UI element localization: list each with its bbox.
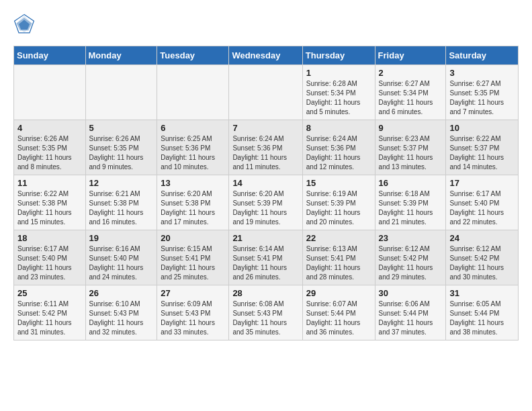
day-info: Sunrise: 6:23 AM Sunset: 5:37 PM Dayligh… xyxy=(379,134,443,172)
calendar-cell: 5Sunrise: 6:26 AM Sunset: 5:35 PM Daylig… xyxy=(85,120,157,175)
calendar-cell: 6Sunrise: 6:25 AM Sunset: 5:36 PM Daylig… xyxy=(157,120,229,175)
day-info: Sunrise: 6:26 AM Sunset: 5:35 PM Dayligh… xyxy=(89,134,154,172)
day-number: 20 xyxy=(161,233,225,243)
page-header xyxy=(13,13,519,35)
day-number: 7 xyxy=(232,123,298,133)
day-info: Sunrise: 6:25 AM Sunset: 5:36 PM Dayligh… xyxy=(161,134,225,172)
day-number: 11 xyxy=(17,178,82,188)
calendar-cell: 25Sunrise: 6:11 AM Sunset: 5:42 PM Dayli… xyxy=(14,285,86,340)
day-number: 5 xyxy=(89,123,154,133)
header-day-sunday: Sunday xyxy=(14,46,86,65)
day-info: Sunrise: 6:11 AM Sunset: 5:42 PM Dayligh… xyxy=(17,300,82,337)
day-info: Sunrise: 6:22 AM Sunset: 5:37 PM Dayligh… xyxy=(449,134,515,172)
day-info: Sunrise: 6:21 AM Sunset: 5:38 PM Dayligh… xyxy=(89,189,154,227)
calendar-cell: 8Sunrise: 6:24 AM Sunset: 5:36 PM Daylig… xyxy=(302,120,375,175)
day-info: Sunrise: 6:20 AM Sunset: 5:38 PM Dayligh… xyxy=(161,189,225,227)
day-info: Sunrise: 6:17 AM Sunset: 5:40 PM Dayligh… xyxy=(17,244,82,282)
day-number: 6 xyxy=(161,123,225,133)
calendar-cell: 10Sunrise: 6:22 AM Sunset: 5:37 PM Dayli… xyxy=(446,120,519,175)
calendar-cell: 9Sunrise: 6:23 AM Sunset: 5:37 PM Daylig… xyxy=(375,120,446,175)
day-number: 4 xyxy=(17,123,82,133)
day-number: 28 xyxy=(232,288,298,298)
calendar-cell: 13Sunrise: 6:20 AM Sunset: 5:38 PM Dayli… xyxy=(157,175,229,230)
day-number: 10 xyxy=(449,123,515,133)
calendar-cell: 11Sunrise: 6:22 AM Sunset: 5:38 PM Dayli… xyxy=(14,175,86,230)
day-info: Sunrise: 6:27 AM Sunset: 5:35 PM Dayligh… xyxy=(449,79,515,117)
calendar-cell: 7Sunrise: 6:24 AM Sunset: 5:36 PM Daylig… xyxy=(229,120,302,175)
day-number: 25 xyxy=(17,288,82,298)
day-info: Sunrise: 6:16 AM Sunset: 5:40 PM Dayligh… xyxy=(89,244,154,282)
day-info: Sunrise: 6:05 AM Sunset: 5:44 PM Dayligh… xyxy=(449,300,515,337)
day-info: Sunrise: 6:07 AM Sunset: 5:44 PM Dayligh… xyxy=(306,300,371,337)
logo xyxy=(13,13,38,35)
day-number: 1 xyxy=(306,68,371,78)
header-day-saturday: Saturday xyxy=(446,46,519,65)
header-day-tuesday: Tuesday xyxy=(157,46,229,65)
calendar-cell: 29Sunrise: 6:07 AM Sunset: 5:44 PM Dayli… xyxy=(302,285,375,340)
calendar-cell: 26Sunrise: 6:10 AM Sunset: 5:43 PM Dayli… xyxy=(85,285,157,340)
week-row-3: 18Sunrise: 6:17 AM Sunset: 5:40 PM Dayli… xyxy=(14,230,519,285)
calendar-cell: 12Sunrise: 6:21 AM Sunset: 5:38 PM Dayli… xyxy=(85,175,157,230)
calendar-cell: 15Sunrise: 6:19 AM Sunset: 5:39 PM Dayli… xyxy=(302,175,375,230)
calendar-cell: 20Sunrise: 6:15 AM Sunset: 5:41 PM Dayli… xyxy=(157,230,229,285)
calendar-cell: 18Sunrise: 6:17 AM Sunset: 5:40 PM Dayli… xyxy=(14,230,86,285)
calendar-cell xyxy=(157,65,229,120)
calendar-table: SundayMondayTuesdayWednesdayThursdayFrid… xyxy=(13,46,519,340)
calendar-cell: 17Sunrise: 6:17 AM Sunset: 5:40 PM Dayli… xyxy=(446,175,519,230)
day-number: 19 xyxy=(89,233,154,243)
day-number: 29 xyxy=(306,288,371,298)
calendar-cell: 14Sunrise: 6:20 AM Sunset: 5:39 PM Dayli… xyxy=(229,175,302,230)
day-number: 12 xyxy=(89,178,154,188)
header-day-friday: Friday xyxy=(375,46,446,65)
day-info: Sunrise: 6:17 AM Sunset: 5:40 PM Dayligh… xyxy=(449,189,515,227)
header-row: SundayMondayTuesdayWednesdayThursdayFrid… xyxy=(14,46,519,65)
day-info: Sunrise: 6:28 AM Sunset: 5:34 PM Dayligh… xyxy=(306,79,371,117)
day-info: Sunrise: 6:19 AM Sunset: 5:39 PM Dayligh… xyxy=(306,189,371,227)
day-info: Sunrise: 6:13 AM Sunset: 5:41 PM Dayligh… xyxy=(306,244,371,282)
day-info: Sunrise: 6:24 AM Sunset: 5:36 PM Dayligh… xyxy=(306,134,371,172)
week-row-4: 25Sunrise: 6:11 AM Sunset: 5:42 PM Dayli… xyxy=(14,285,519,340)
calendar-cell: 19Sunrise: 6:16 AM Sunset: 5:40 PM Dayli… xyxy=(85,230,157,285)
day-number: 21 xyxy=(232,233,298,243)
calendar-header: SundayMondayTuesdayWednesdayThursdayFrid… xyxy=(14,46,519,65)
calendar-cell: 3Sunrise: 6:27 AM Sunset: 5:35 PM Daylig… xyxy=(446,65,519,120)
day-info: Sunrise: 6:18 AM Sunset: 5:39 PM Dayligh… xyxy=(379,189,443,227)
day-info: Sunrise: 6:24 AM Sunset: 5:36 PM Dayligh… xyxy=(232,134,298,172)
day-info: Sunrise: 6:27 AM Sunset: 5:34 PM Dayligh… xyxy=(379,79,443,117)
calendar-cell: 2Sunrise: 6:27 AM Sunset: 5:34 PM Daylig… xyxy=(375,65,446,120)
day-number: 17 xyxy=(449,178,515,188)
day-info: Sunrise: 6:12 AM Sunset: 5:42 PM Dayligh… xyxy=(449,244,515,282)
day-number: 30 xyxy=(379,288,443,298)
day-number: 22 xyxy=(306,233,371,243)
calendar-cell: 28Sunrise: 6:08 AM Sunset: 5:43 PM Dayli… xyxy=(229,285,302,340)
calendar-cell: 27Sunrise: 6:09 AM Sunset: 5:43 PM Dayli… xyxy=(157,285,229,340)
header-day-monday: Monday xyxy=(85,46,157,65)
day-info: Sunrise: 6:08 AM Sunset: 5:43 PM Dayligh… xyxy=(232,300,298,337)
day-number: 9 xyxy=(379,123,443,133)
calendar-cell: 4Sunrise: 6:26 AM Sunset: 5:35 PM Daylig… xyxy=(14,120,86,175)
day-number: 23 xyxy=(379,233,443,243)
calendar-body: 1Sunrise: 6:28 AM Sunset: 5:34 PM Daylig… xyxy=(14,65,519,340)
header-day-wednesday: Wednesday xyxy=(229,46,302,65)
day-info: Sunrise: 6:09 AM Sunset: 5:43 PM Dayligh… xyxy=(161,300,225,337)
week-row-0: 1Sunrise: 6:28 AM Sunset: 5:34 PM Daylig… xyxy=(14,65,519,120)
calendar-cell xyxy=(85,65,157,120)
day-info: Sunrise: 6:06 AM Sunset: 5:44 PM Dayligh… xyxy=(379,300,443,337)
day-info: Sunrise: 6:22 AM Sunset: 5:38 PM Dayligh… xyxy=(17,189,82,227)
calendar-cell: 22Sunrise: 6:13 AM Sunset: 5:41 PM Dayli… xyxy=(302,230,375,285)
day-number: 16 xyxy=(379,178,443,188)
logo-icon xyxy=(13,13,35,35)
day-info: Sunrise: 6:20 AM Sunset: 5:39 PM Dayligh… xyxy=(232,189,298,227)
calendar-cell: 23Sunrise: 6:12 AM Sunset: 5:42 PM Dayli… xyxy=(375,230,446,285)
day-number: 3 xyxy=(449,68,515,78)
day-number: 8 xyxy=(306,123,371,133)
day-info: Sunrise: 6:15 AM Sunset: 5:41 PM Dayligh… xyxy=(161,244,225,282)
calendar-cell xyxy=(14,65,86,120)
calendar-cell: 21Sunrise: 6:14 AM Sunset: 5:41 PM Dayli… xyxy=(229,230,302,285)
day-number: 15 xyxy=(306,178,371,188)
day-info: Sunrise: 6:10 AM Sunset: 5:43 PM Dayligh… xyxy=(89,300,154,337)
calendar-cell: 1Sunrise: 6:28 AM Sunset: 5:34 PM Daylig… xyxy=(302,65,375,120)
day-number: 2 xyxy=(379,68,443,78)
calendar-cell: 24Sunrise: 6:12 AM Sunset: 5:42 PM Dayli… xyxy=(446,230,519,285)
day-number: 31 xyxy=(449,288,515,298)
